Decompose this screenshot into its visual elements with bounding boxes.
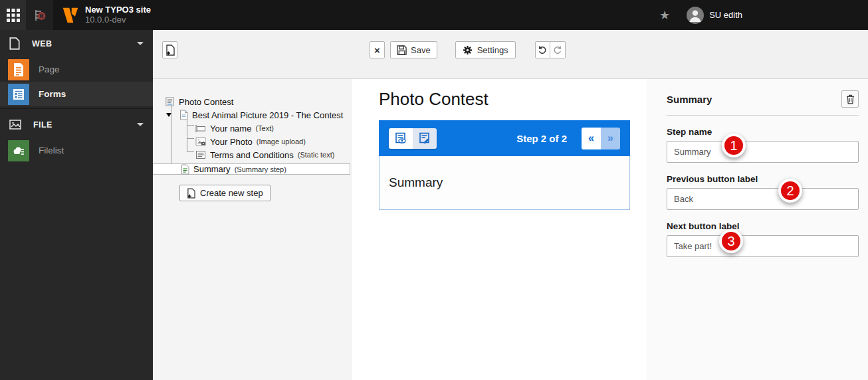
step-body-label: Summary	[389, 175, 443, 190]
next-step-icon: »	[607, 132, 613, 144]
document-outline-icon	[9, 37, 20, 50]
username: SU edith	[709, 10, 742, 20]
sidebar-item-label: Filelist	[39, 145, 64, 155]
preview-mode-button[interactable]	[389, 128, 413, 149]
create-step-label: Create new step	[200, 188, 263, 198]
typo3-version: 10.0.0-dev	[85, 15, 151, 25]
top-bar: New TYPO3 site 10.0.0-dev ★ SU edith	[0, 0, 868, 30]
settings-button[interactable]: Settings	[455, 41, 516, 58]
grid-icon	[7, 9, 20, 22]
page-module-icon	[8, 59, 29, 80]
gear-icon	[463, 45, 473, 55]
delete-step-button[interactable]	[841, 90, 859, 108]
redo-button[interactable]	[550, 41, 566, 58]
tree-item-label: Terms and Conditions	[210, 150, 294, 160]
field-label-previous-button: Previous button label	[667, 174, 859, 184]
pagetree-toggle-button[interactable]	[26, 0, 53, 30]
trash-icon	[846, 94, 855, 104]
typo3-backend: New TYPO3 site 10.0.0-dev ★ SU edith WEB	[0, 0, 868, 380]
step-header: Step 2 of 2 « »	[379, 120, 630, 156]
sidebar-item-label: Forms	[39, 89, 66, 99]
save-icon	[397, 45, 407, 55]
step-panel: Step 2 of 2 « » Summary	[379, 120, 630, 210]
callout-badge-2: 2	[778, 179, 802, 203]
field-label-step-name: Step name	[667, 127, 859, 137]
preview-icon	[395, 132, 407, 144]
chevron-down-icon[interactable]	[137, 123, 144, 126]
undo-icon	[538, 45, 547, 54]
modules-menu-button[interactable]	[0, 0, 26, 30]
tree-item-label: Photo Contest	[179, 97, 233, 107]
settings-label: Settings	[477, 45, 508, 55]
tree-item-summary-selected[interactable]: Summary (Summary step)	[153, 163, 350, 175]
tree-item-type: (Summary step)	[235, 165, 286, 173]
sidebar-item-forms[interactable]: Forms	[0, 82, 153, 106]
inspector-header: Summary	[667, 90, 859, 108]
close-button[interactable]: ×	[370, 41, 385, 58]
previous-step-icon: «	[588, 132, 594, 144]
module-sidebar: WEB Page	[0, 30, 153, 380]
user-menu[interactable]: SU edith	[687, 7, 742, 24]
save-button[interactable]: Save	[390, 41, 437, 58]
tree-item-form-root[interactable]: Photo Contest	[153, 95, 352, 108]
docheader-buttons: × Save Settings	[370, 41, 566, 58]
step-body[interactable]: Summary	[379, 156, 630, 210]
sidebar-section-web[interactable]: WEB	[0, 30, 153, 57]
filelist-module-icon	[8, 140, 29, 161]
edit-mode-button[interactable]	[413, 128, 437, 149]
inspector-panel: Summary Step name Previous button label …	[647, 79, 868, 380]
callout-badge-3: 3	[719, 229, 743, 253]
tree-item-type: (Static text)	[298, 151, 335, 159]
forms-module-icon	[8, 84, 29, 105]
tree-item-label: Your name	[210, 124, 251, 134]
form-title: Photo Contest	[379, 89, 647, 110]
tree-item-terms[interactable]: Terms and Conditions (Static text)	[153, 148, 352, 161]
next-step-button[interactable]: »	[601, 128, 620, 149]
step-indicator: Step 2 of 2	[516, 133, 567, 144]
inspector-divider	[667, 115, 859, 116]
section-label: WEB	[32, 39, 52, 48]
text-field-icon	[195, 124, 206, 133]
create-new-step-button[interactable]: Create new step	[179, 185, 271, 201]
tree-item-type: (Image upload)	[257, 138, 306, 145]
edit-icon	[419, 132, 431, 144]
static-text-icon	[195, 150, 206, 159]
undo-button[interactable]	[535, 41, 550, 58]
tree-item-label: Best Animal Picture 2019 - The Contest	[192, 110, 343, 120]
tree-item-your-name[interactable]: Your name (Text)	[153, 122, 352, 135]
tree-item-your-photo[interactable]: Your Photo (Image upload)	[153, 135, 352, 148]
sidebar-item-filelist[interactable]: Filelist	[0, 138, 153, 163]
sidebar-item-page[interactable]: Page	[0, 57, 153, 82]
new-page-icon	[187, 188, 195, 199]
bookmark-star-icon[interactable]: ★	[659, 8, 670, 23]
form-icon	[165, 96, 175, 107]
collapse-caret-icon[interactable]	[166, 113, 171, 117]
sidebar-item-label: Page	[39, 64, 60, 74]
avatar	[687, 7, 704, 24]
main-area: Photo Contest Best Animal Picture 2019 -…	[153, 79, 868, 380]
previous-button-label-input[interactable]	[667, 188, 859, 210]
pagetree-hidden-icon	[33, 8, 47, 23]
new-record-button[interactable]	[162, 41, 177, 58]
page-icon	[179, 110, 188, 120]
site-title: New TYPO3 site	[85, 5, 151, 15]
summary-step-icon	[181, 164, 189, 175]
tree-item-page[interactable]: Best Animal Picture 2019 - The Contest	[153, 108, 352, 122]
previous-step-button[interactable]: «	[582, 128, 601, 149]
tree-item-type: (Text)	[255, 124, 274, 132]
tree-item-label: Your Photo	[210, 137, 253, 147]
next-button-label-input[interactable]	[667, 235, 859, 257]
typo3-logo	[62, 6, 79, 25]
history-buttons	[535, 41, 566, 58]
tree-item-label: Summary	[193, 164, 231, 174]
save-label: Save	[411, 45, 431, 55]
step-name-input[interactable]	[667, 141, 859, 163]
doc-header: × Save Settings	[153, 30, 868, 79]
sidebar-divider	[0, 108, 153, 109]
step-pager: « »	[582, 128, 620, 149]
new-page-icon	[165, 45, 175, 56]
image-outline-icon	[9, 120, 21, 130]
close-icon: ×	[374, 45, 380, 56]
chevron-down-icon[interactable]	[137, 42, 144, 45]
sidebar-section-file[interactable]: FILE	[0, 111, 153, 138]
